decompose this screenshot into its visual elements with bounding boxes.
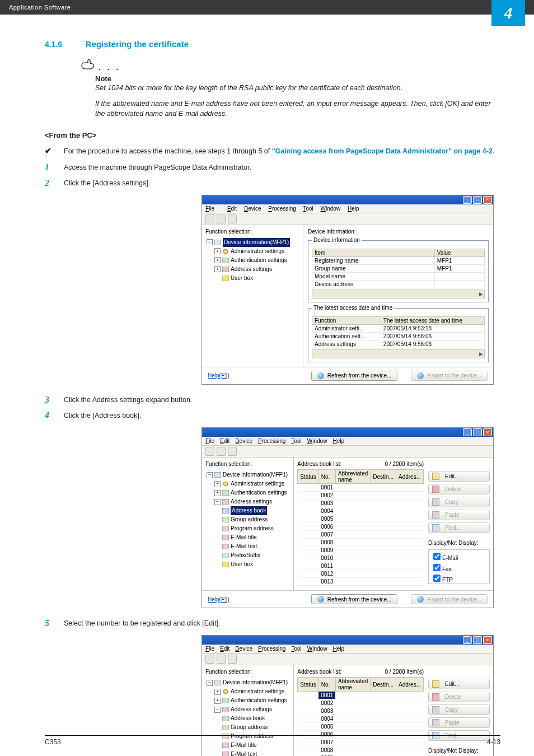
maximize-button[interactable]: □ bbox=[473, 196, 482, 204]
table-row: 0008 bbox=[298, 539, 424, 547]
paste-icon bbox=[432, 511, 439, 519]
cross-ref-link[interactable]: "Gaining access from PageScope Data Admi… bbox=[272, 147, 493, 155]
svg-point-6 bbox=[223, 482, 228, 486]
delete-button[interactable]: Delete bbox=[428, 484, 490, 494]
find-button[interactable]: Find... bbox=[428, 522, 490, 533]
edit-button[interactable]: Edit... bbox=[428, 471, 490, 482]
close-button[interactable]: × bbox=[483, 196, 492, 204]
menu-tool[interactable]: Tool bbox=[303, 206, 313, 212]
group-latest-access-label: The latest access date and time bbox=[312, 305, 394, 311]
from-pc-bullet: For the procedure to access the machine,… bbox=[56, 146, 500, 156]
maximize-button[interactable]: □ bbox=[473, 636, 482, 644]
table-row-selected: 0001 bbox=[298, 692, 424, 699]
chk-ftp[interactable] bbox=[433, 575, 441, 582]
svg-rect-14 bbox=[222, 553, 229, 558]
minimize-button[interactable]: _ bbox=[463, 196, 472, 204]
svg-rect-8 bbox=[222, 499, 229, 505]
svg-rect-4 bbox=[222, 276, 229, 281]
help-link[interactable]: Help(F1) bbox=[208, 372, 229, 379]
note-label: Note bbox=[95, 74, 500, 83]
screenshot-device-info: _ □ × File Edit Device Processing Tool W… bbox=[202, 195, 494, 385]
menu-file[interactable]: File bbox=[205, 206, 220, 212]
export-button[interactable]: Export to the device... bbox=[411, 371, 488, 381]
tree-device-info[interactable]: Device information(MFP1) bbox=[223, 470, 288, 479]
from-pc-heading: <From the PC> bbox=[45, 131, 500, 139]
svg-rect-11 bbox=[222, 526, 229, 531]
group-device-info-label: Device information bbox=[312, 237, 362, 243]
delete-button[interactable]: Delete bbox=[428, 692, 490, 702]
note-dots: . . . bbox=[99, 63, 120, 72]
function-tree[interactable]: −Device information(MFP1) +Administrator… bbox=[205, 238, 301, 283]
copy-icon bbox=[432, 498, 439, 506]
close-button[interactable]: × bbox=[483, 636, 492, 644]
step-text-2: Click the [Address settings]. bbox=[56, 178, 500, 188]
device-info-table: ItemValue Registering nameMFP1 Group nam… bbox=[312, 249, 485, 288]
chk-fax[interactable] bbox=[433, 564, 441, 571]
checkmark-icon: ✔ bbox=[45, 146, 56, 155]
toolbar-icon[interactable] bbox=[228, 214, 237, 223]
maximize-button[interactable]: □ bbox=[473, 428, 482, 436]
svg-rect-3 bbox=[222, 267, 229, 272]
device-icon bbox=[214, 240, 221, 245]
address-book-table[interactable]: StatusNo.Abbreviated nameDestin...Addres… bbox=[297, 469, 424, 586]
tree-address[interactable]: Address settings bbox=[231, 265, 272, 274]
table-row: 0004 bbox=[298, 507, 424, 515]
refresh-button[interactable]: Refresh from the device... bbox=[311, 371, 398, 381]
section-number: 4.1.6 bbox=[45, 40, 62, 49]
close-button[interactable]: × bbox=[483, 428, 492, 436]
help-link[interactable]: Help(F1) bbox=[208, 596, 229, 603]
tree-userbox[interactable]: User box bbox=[231, 274, 253, 283]
tree-address-book[interactable]: Address book bbox=[231, 714, 265, 723]
edit-button[interactable]: Edit... bbox=[428, 679, 490, 689]
table-row: 0013 bbox=[298, 578, 424, 586]
note-paragraph-1: Set 1024 bits or more for the key length… bbox=[95, 83, 500, 93]
svg-rect-0 bbox=[214, 240, 221, 245]
svg-rect-24 bbox=[222, 752, 229, 756]
menu-edit[interactable]: Edit bbox=[227, 206, 237, 212]
toolbar-icon[interactable] bbox=[205, 214, 214, 223]
table-row: 0007 bbox=[298, 531, 424, 539]
menu-processing[interactable]: Processing bbox=[268, 206, 296, 212]
chk-email[interactable] bbox=[433, 553, 441, 560]
tree-device-info[interactable]: Device information(MFP1) bbox=[223, 238, 290, 247]
copy-button[interactable]: Copy bbox=[428, 497, 490, 507]
delete-icon bbox=[432, 486, 439, 493]
paste-button[interactable]: Paste bbox=[428, 510, 490, 520]
svg-rect-2 bbox=[222, 258, 229, 263]
svg-rect-7 bbox=[222, 490, 229, 496]
addressbook-icon bbox=[222, 508, 229, 514]
paste-button[interactable]: Paste bbox=[428, 717, 490, 728]
svg-point-1 bbox=[223, 249, 228, 254]
scroll-right-icon[interactable]: ▶ bbox=[312, 290, 485, 298]
list-title: Address book list: bbox=[297, 461, 341, 467]
table-row: 0009 bbox=[298, 547, 424, 554]
page-header-left: Application Software bbox=[9, 4, 71, 11]
step-text-1: Access the machine through PageScope Dat… bbox=[56, 162, 500, 172]
export-button[interactable]: Export to the device... bbox=[411, 594, 488, 604]
menu-device[interactable]: Device bbox=[244, 206, 261, 212]
address-icon bbox=[222, 267, 229, 272]
menu-window[interactable]: Window bbox=[321, 206, 341, 212]
menu-bar[interactable]: File Edit Device Processing Tool Window … bbox=[202, 204, 493, 213]
tree-auth[interactable]: Authentication settings bbox=[231, 256, 287, 265]
copy-button[interactable]: Copy bbox=[428, 704, 490, 715]
scroll-right-icon[interactable]: ▶ bbox=[312, 349, 485, 358]
minimize-button[interactable]: _ bbox=[463, 636, 472, 644]
svg-rect-21 bbox=[222, 725, 229, 730]
menu-help[interactable]: Help bbox=[348, 206, 359, 212]
tree-address-book[interactable]: Address book bbox=[231, 506, 267, 515]
display-filter-list[interactable]: E-Mail Fax FTP SMB bbox=[428, 549, 490, 584]
toolbar-icon[interactable] bbox=[217, 214, 226, 223]
admin-icon bbox=[222, 249, 229, 254]
menu-bar[interactable]: FileEditDeviceProcessingToolWindowHelp bbox=[202, 437, 493, 446]
step-text-4: Click the [Address book]. bbox=[56, 410, 500, 421]
minimize-button[interactable]: _ bbox=[463, 428, 472, 436]
function-tree[interactable]: −Device information(MFP1) +Administrator… bbox=[205, 470, 291, 569]
refresh-button[interactable]: Refresh from the device... bbox=[311, 594, 398, 604]
table-row: 0005 bbox=[298, 515, 424, 523]
step-text-5: Select the number to be registered and c… bbox=[56, 618, 500, 628]
table-row: 0012 bbox=[298, 570, 424, 578]
tree-admin[interactable]: Administrator settings bbox=[231, 247, 284, 256]
table-row: 0002 bbox=[298, 492, 424, 500]
export-icon bbox=[417, 372, 424, 379]
